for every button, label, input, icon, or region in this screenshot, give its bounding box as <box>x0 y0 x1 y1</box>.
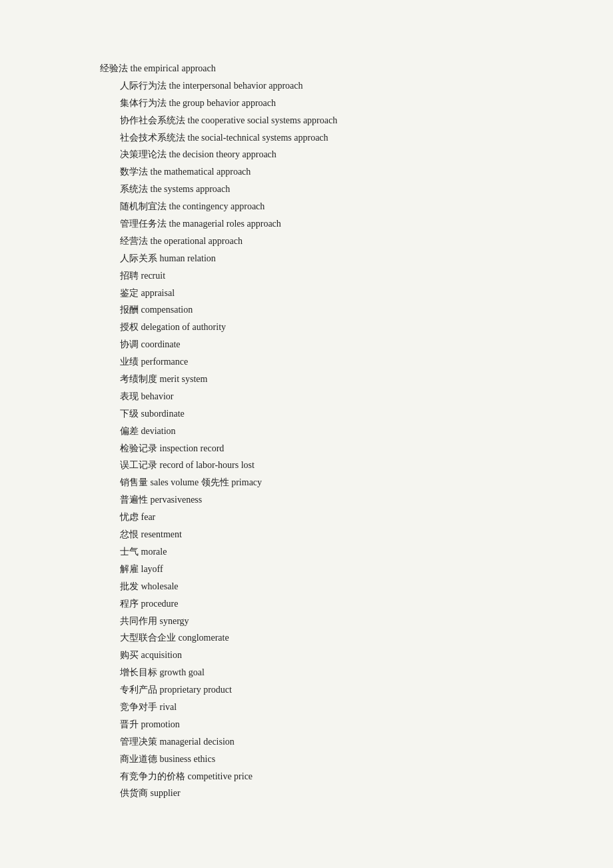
list-item: 下级 subordinate <box>100 405 513 423</box>
list-item: 解雇 layoff <box>100 561 513 578</box>
list-item: 竞争对手 rival <box>100 699 513 716</box>
list-item: 增长目标 growth goal <box>100 664 513 681</box>
list-item: 检验记录 inspection record <box>100 440 513 457</box>
list-item: 数学法 the mathematical approach <box>100 163 513 181</box>
list-item: 有竞争力的价格 competitive price <box>100 768 513 785</box>
list-item: 人际关系 human relation <box>100 250 513 267</box>
list-item: 社会技术系统法 the social-technical systems app… <box>100 129 513 147</box>
list-item: 协调 coordinate <box>100 336 513 353</box>
list-item: 管理决策 managerial decision <box>100 733 513 751</box>
list-item: 误工记录 record of labor-hours lost <box>100 457 513 474</box>
list-item: 人际行为法 the interpersonal behavior approac… <box>100 77 513 95</box>
list-item: 经验法 the empirical approach <box>100 60 513 77</box>
list-item: 供货商 supplier <box>100 785 513 802</box>
list-item: 鉴定 appraisal <box>100 285 513 302</box>
list-item: 业绩 performance <box>100 353 513 371</box>
list-item: 大型联合企业 conglomerate <box>100 629 513 647</box>
list-item: 忿恨 resentment <box>100 526 513 543</box>
list-item: 表现 behavior <box>100 388 513 405</box>
list-item: 招聘 recruit <box>100 267 513 285</box>
list-item: 经营法 the operational approach <box>100 233 513 250</box>
list-item: 专利产品 proprietary product <box>100 681 513 699</box>
list-item: 协作社会系统法 the cooperative social systems a… <box>100 112 513 129</box>
list-item: 考绩制度 merit system <box>100 371 513 388</box>
list-item: 程序 procedure <box>100 595 513 613</box>
list-item: 偏差 deviation <box>100 423 513 440</box>
list-item: 集体行为法 the group behavior approach <box>100 95 513 112</box>
list-item: 系统法 the systems approach <box>100 181 513 198</box>
vocab-list: 经验法 the empirical approach人际行为法 the inte… <box>100 60 513 802</box>
list-item: 报酬 compensation <box>100 301 513 319</box>
list-item: 共同作用 synergy <box>100 613 513 630</box>
list-item: 决策理论法 the decision theory approach <box>100 146 513 163</box>
list-item: 购买 acquisition <box>100 647 513 664</box>
list-item: 授权 delegation of authority <box>100 319 513 336</box>
list-item: 忧虑 fear <box>100 509 513 526</box>
list-item: 批发 wholesale <box>100 578 513 595</box>
list-item: 随机制宜法 the contingency approach <box>100 198 513 215</box>
list-item: 商业道德 business ethics <box>100 751 513 768</box>
list-item: 晋升 promotion <box>100 716 513 733</box>
list-item: 士气 morale <box>100 543 513 561</box>
list-item: 普遍性 pervasiveness <box>100 491 513 509</box>
list-item: 销售量 sales volume 领先性 primacy <box>100 474 513 491</box>
list-item: 管理任务法 the managerial roles approach <box>100 215 513 233</box>
